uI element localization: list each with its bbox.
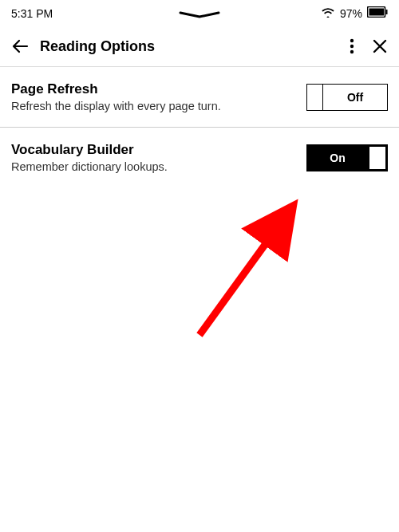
toggle-label: Off (323, 85, 387, 110)
setting-title: Page Refresh (11, 81, 294, 97)
svg-rect-2 (386, 10, 388, 14)
toggle-knob (307, 85, 323, 110)
setting-title: Vocabulary Builder (11, 142, 294, 158)
setting-row-vocabulary-builder: Vocabulary Builder Remember dictionary l… (0, 128, 399, 187)
toggle-label: On (307, 145, 368, 171)
vocabulary-builder-toggle[interactable]: On (306, 144, 388, 171)
setting-desc: Remember dictionary lookups. (11, 160, 294, 173)
page-refresh-toggle[interactable]: Off (306, 84, 388, 111)
back-button[interactable] (11, 37, 29, 55)
setting-row-page-refresh: Page Refresh Refresh the display with ev… (0, 67, 399, 127)
page-header: Reading Options (0, 23, 399, 66)
drag-handle-icon[interactable] (177, 8, 222, 22)
svg-rect-1 (369, 9, 385, 16)
wifi-icon (321, 6, 335, 20)
more-options-button[interactable] (350, 38, 354, 54)
close-button[interactable] (372, 38, 388, 54)
toggle-knob (369, 147, 385, 169)
status-time: 5:31 PM (11, 7, 53, 20)
svg-point-5 (350, 50, 354, 53)
battery-icon (367, 6, 388, 20)
battery-pct: 97% (340, 7, 362, 20)
setting-desc: Refresh the display with every page turn… (11, 100, 294, 112)
svg-line-7 (200, 211, 290, 335)
svg-point-4 (350, 45, 354, 48)
svg-point-3 (350, 39, 354, 42)
page-title: Reading Options (40, 38, 338, 55)
